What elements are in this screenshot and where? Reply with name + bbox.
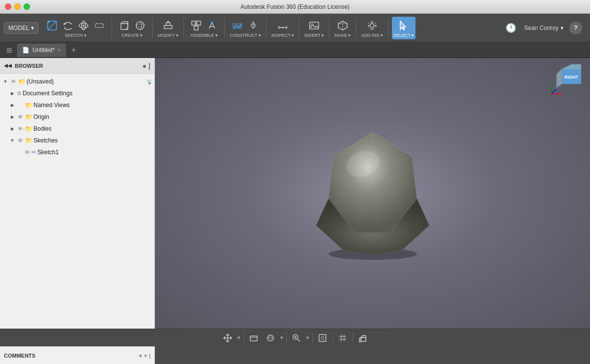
insert-label[interactable]: INSERT ▾ — [304, 33, 324, 38]
sketches-arrow[interactable]: ▼ — [9, 137, 16, 144]
make-icon[interactable] — [335, 18, 350, 33]
addins-label[interactable]: ADD-INS ▾ — [361, 33, 384, 38]
zoom-icon[interactable] — [290, 331, 303, 345]
grid-view-button[interactable]: ⊞ — [2, 43, 17, 57]
status-bar-empty — [155, 346, 590, 364]
sketch-label[interactable]: SKETCH ▾ — [65, 33, 87, 38]
sketch-undo-icon[interactable] — [60, 18, 75, 33]
select-icon[interactable] — [396, 18, 411, 33]
viewport[interactable]: RIGHT X Y Z — [155, 58, 590, 329]
help-button[interactable]: ? — [569, 22, 582, 34]
origin-eye[interactable]: 👁 — [17, 113, 24, 120]
construct-label[interactable]: CONSTRUCT ▾ — [230, 33, 261, 38]
assemble-label[interactable]: ASSEMBLE ▾ — [190, 33, 218, 38]
comments-bar: COMMENTS + ● | — [0, 346, 155, 364]
sketches-eye[interactable]: 👁 — [17, 137, 24, 144]
collapse-icon[interactable]: ◀◀ — [4, 63, 12, 68]
title-bar: Autodesk Fusion 360 (Education License) — [0, 0, 590, 14]
new-tab-button[interactable]: + — [68, 45, 79, 56]
tree-origin[interactable]: ▶ 👁 📁 Origin — [0, 111, 154, 123]
bodies-eye[interactable]: 👁 — [17, 125, 24, 132]
comments-label: COMMENTS — [4, 353, 35, 359]
root-broadcast-icon[interactable]: 📡 — [147, 79, 152, 84]
root-visibility-eye[interactable]: 👁 — [10, 78, 17, 85]
sketch1-eye[interactable]: 👁 — [24, 149, 30, 156]
orbit-dropdown-arrow[interactable]: ▾ — [280, 335, 283, 341]
create-box-icon[interactable] — [117, 18, 132, 33]
document-tab[interactable]: 📄 Untitled* × — [17, 43, 66, 57]
svg-rect-47 — [250, 336, 257, 341]
inspect-measure-icon[interactable] — [275, 18, 290, 33]
window-controls[interactable] — [5, 3, 30, 10]
close-button[interactable] — [5, 3, 11, 10]
viewcube-settings-icon[interactable] — [356, 331, 370, 345]
pan-icon[interactable] — [221, 331, 235, 345]
zoom-dropdown-arrow[interactable]: ▾ — [306, 335, 309, 341]
svg-rect-15 — [197, 21, 201, 25]
make-label[interactable]: MAKE ▾ — [334, 33, 351, 38]
create-group: CREATE ▾ — [116, 17, 149, 39]
comments-menu-icon[interactable]: | — [149, 353, 150, 359]
sep-6 — [299, 18, 299, 38]
browser-pin-icon[interactable]: ● — [143, 62, 147, 70]
construct-axis-icon[interactable] — [246, 18, 261, 33]
modify-label[interactable]: MODIFY ▾ — [158, 33, 178, 38]
assemble-icon[interactable] — [189, 18, 204, 33]
svg-text:Z: Z — [557, 86, 559, 89]
origin-arrow[interactable]: ▶ — [9, 113, 16, 120]
history-icon[interactable]: 🕐 — [503, 21, 518, 35]
maximize-button[interactable] — [24, 3, 30, 10]
tree-sketch1[interactable]: ▶ 👁 ✏ Sketch1 — [0, 146, 154, 158]
tree-root-item[interactable]: ▼ 👁 📁 (Unsaved) 📡 — [0, 76, 154, 87]
tab-close-button[interactable]: × — [58, 47, 60, 53]
doc-settings-arrow[interactable]: ▶ — [9, 90, 16, 97]
model-dropdown[interactable]: MODEL ▾ — [4, 22, 38, 34]
tree-document-settings[interactable]: ▶ ⚙ Document Settings — [0, 87, 154, 99]
svg-point-2 — [48, 21, 50, 23]
minimize-button[interactable] — [14, 3, 21, 10]
tree-sketches[interactable]: ▼ 👁 📁 Sketches — [0, 135, 154, 146]
orbit-icon[interactable] — [264, 331, 277, 345]
comments-add-icon[interactable]: + — [139, 353, 142, 359]
inspect-label[interactable]: INSPECT ▾ — [271, 33, 294, 38]
bodies-arrow[interactable]: ▶ — [9, 125, 16, 132]
sketch1-icon: ✏ — [31, 149, 36, 156]
assemble-joint-icon[interactable] — [205, 18, 219, 33]
svg-marker-39 — [561, 64, 581, 69]
inspect-group: INSPECT ▾ — [270, 17, 295, 39]
display-settings-icon[interactable] — [316, 331, 329, 345]
modify-press-pull-icon[interactable] — [161, 18, 176, 33]
create-label[interactable]: CREATE ▾ — [121, 33, 143, 38]
comments-pin-icon[interactable]: ● — [144, 353, 147, 359]
sep-5 — [266, 18, 266, 38]
addins-icon[interactable] — [365, 18, 380, 33]
root-collapse-arrow[interactable]: ▼ — [2, 78, 9, 85]
addins-group: ADD-INS ▾ — [360, 17, 385, 39]
tree-bodies[interactable]: ▶ 👁 📁 Bodies — [0, 123, 154, 135]
pan-dropdown-arrow[interactable]: ▾ — [237, 335, 240, 341]
sep-8 — [356, 18, 356, 38]
user-button[interactable]: Sean Conroy ▾ — [521, 24, 566, 32]
nav-cube[interactable]: RIGHT X Y Z — [549, 62, 586, 99]
fit-icon[interactable] — [247, 331, 261, 345]
svg-text:X: X — [560, 92, 562, 96]
sketch-create-icon[interactable] — [45, 18, 59, 33]
create-sphere-icon[interactable] — [133, 18, 148, 33]
svg-line-43 — [552, 89, 556, 94]
sketch-construction-icon[interactable] — [92, 18, 107, 33]
origin-label: Origin — [33, 113, 152, 120]
svg-marker-62 — [359, 337, 361, 342]
tree-named-views[interactable]: ▶ 👁 📁 Named Views — [0, 99, 154, 111]
svg-text:RIGHT: RIGHT — [564, 75, 579, 80]
browser-menu-icon[interactable]: | — [148, 62, 150, 70]
sketch-finish-icon[interactable] — [76, 18, 91, 33]
select-label[interactable]: SELECT ▾ — [393, 33, 414, 38]
doc-settings-gear-icon: ⚙ — [17, 90, 22, 97]
grid-settings-icon[interactable] — [336, 331, 350, 345]
browser-title: BROWSER — [15, 63, 43, 69]
sidebar: ◀◀ BROWSER ● | ▼ 👁 📁 (Unsaved) 📡 ▶ ⚙ Doc… — [0, 58, 155, 329]
named-views-arrow[interactable]: ▶ — [9, 102, 16, 109]
insert-image-icon[interactable] — [307, 18, 322, 33]
browser-tree: ▼ 👁 📁 (Unsaved) 📡 ▶ ⚙ Document Settings … — [0, 74, 154, 329]
construct-plane-icon[interactable] — [230, 18, 245, 33]
